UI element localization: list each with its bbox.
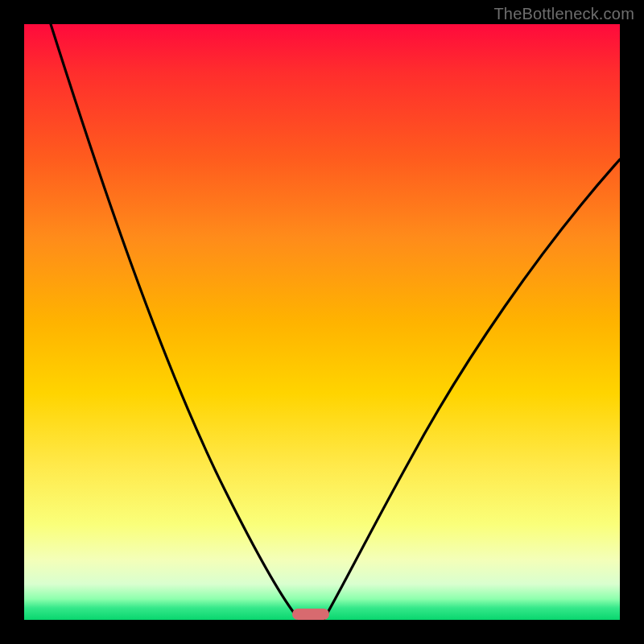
watermark-text: TheBottleneck.com: [493, 5, 634, 23]
vertex-marker: [292, 609, 329, 620]
bottleneck-curve: [24, 24, 620, 620]
curve-right-branch: [324, 159, 620, 620]
chart-frame: TheBottleneck.com: [0, 0, 644, 644]
plot-area: [24, 24, 620, 620]
curve-left-branch: [51, 24, 299, 620]
